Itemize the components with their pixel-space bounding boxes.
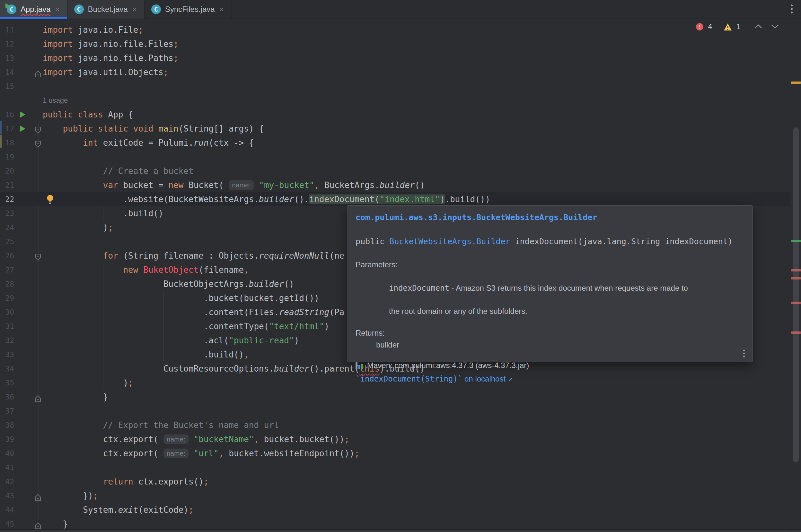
code-text[interactable]: import java.nio.file.Paths; [43,51,179,65]
scrollbar-error-stripe[interactable] [790,19,801,532]
code-text[interactable]: int exitCode = Pulumi.run(ctx -> { [43,136,254,150]
line-number: 24 [0,221,14,234]
parameter-name: indexDocument [389,284,449,292]
code-text[interactable]: .website(BucketWebsiteArgs.builder().ind… [43,192,490,206]
code-text[interactable]: import java.io.File; [43,23,143,37]
code-line: 37 [0,404,790,418]
line-number: 35 [0,376,14,390]
run-overlay-icon [5,3,10,8]
status-bar-edge [0,529,801,532]
line-number: 30 [0,305,14,319]
code-text[interactable]: } [43,390,108,404]
line-number: 11 [0,23,14,37]
scrollbar-thumb[interactable] [793,127,799,462]
code-text[interactable]: ctx.export( name: "url", bucket.websiteE… [43,446,359,460]
popup-options-kebab-icon[interactable] [743,350,745,357]
returns-label: Returns: [356,328,744,338]
editor-tab-syncfiles-java[interactable]: CSyncFiles.java× [145,0,232,19]
code-text[interactable]: ); [43,221,113,234]
tab-close-icon[interactable]: × [219,5,225,14]
line-number: 23 [0,206,14,221]
next-problem-button[interactable] [769,23,781,31]
run-gutter-icon[interactable] [20,111,25,118]
code-line: 44 System.exit(exitCode); [0,503,790,517]
fold-end-icon[interactable] [34,520,42,529]
run-gutter-icon[interactable] [20,126,25,132]
code-line: 15 [0,79,790,93]
line-number: 26 [0,249,14,263]
code-line: 16public class App { [0,108,790,121]
line-number: 45 [0,517,14,529]
code-line: 36 } [0,390,790,404]
line-number: 21 [0,178,14,192]
line-number: 18 [0,136,14,150]
line-number: 37 [0,404,14,418]
usage-hint-label[interactable]: 1 usage [43,93,68,108]
code-text[interactable]: System.exit(exitCode); [43,503,194,517]
code-line: 20 // Create a bucket [0,164,790,178]
line-number: 16 [0,108,14,121]
previous-problem-button[interactable] [752,23,764,31]
parameter-description: indexDocument - Amazon S3 returns this i… [356,271,744,328]
code-line: 14import java.util.Objects; [0,65,790,79]
code-text[interactable]: // Export the Bucket's name and url [43,418,279,432]
code-text[interactable]: ctx.export( name: "bucketName", bucket.b… [43,432,349,446]
line-number: 12 [0,37,14,51]
code-text[interactable]: ); [43,376,133,390]
code-line: 12import java.nio.file.Files; [0,37,790,51]
code-text[interactable]: import java.nio.file.Files; [43,37,179,51]
line-number: 22 [0,192,14,206]
code-text[interactable]: .bucket(bucket.getId()) [43,291,319,305]
editor-tab-app-java[interactable]: CApp.java× [0,0,68,19]
code-text[interactable]: new BuketObject(filename, [43,263,249,277]
maven-coordinates: Maven: com.pulumi:aws:4.37.3 (aws-4.37.3… [356,361,744,370]
code-text[interactable]: }); [43,489,98,503]
code-text[interactable]: // Create a bucket [43,164,194,178]
line-number: 19 [0,150,14,164]
code-text[interactable]: .content(Files.readString(Pa [43,305,344,319]
editor-tab-bucket-java[interactable]: CBucket.java× [68,0,145,19]
external-doc-link[interactable]: `indexDocument(String)` on localhost ↗ [356,375,744,383]
tab-label: SyncFiles.java [165,5,215,14]
change-marker-strip [0,135,2,148]
method-signature: public BucketWebsiteArgs.Builder indexDo… [356,237,744,246]
code-text[interactable]: } [43,517,68,529]
line-number: 13 [0,51,14,65]
line-number: 36 [0,390,14,404]
code-line: 17 public static void main(String[] args… [0,121,790,136]
popup-qualified-class-name[interactable]: com.pulumi.aws.s3.inputs.BucketWebsiteAr… [356,213,744,222]
code-text[interactable]: import java.util.Objects; [43,65,168,79]
tab-label: Bucket.java [88,5,128,14]
code-text[interactable]: .acl("public-read") [43,334,299,347]
parameter-name-inlay-hint: name: [229,180,254,190]
line-number: 17 [0,121,14,136]
line-number: 42 [0,475,14,489]
tab-close-icon[interactable]: × [54,5,60,14]
line-number: 15 [0,79,14,93]
tab-close-icon[interactable]: × [132,5,138,14]
code-text[interactable]: for (String filename : Objects.requireNo… [43,249,344,263]
code-text[interactable]: var bucket = new Bucket( name: "my-bucke… [43,178,425,192]
line-number: 43 [0,489,14,503]
return-type-link[interactable]: BucketWebsiteArgs.Builder [389,237,510,246]
line-number: 29 [0,291,14,305]
code-text[interactable]: .build(), [43,347,249,362]
line-number: 34 [0,362,14,376]
code-text[interactable]: public static void main(String[] args) { [43,121,264,136]
code-text[interactable]: BucketObjectArgs.builder() [43,277,294,291]
line-number: 41 [0,460,14,475]
java-class-icon: C [74,4,84,15]
code-text[interactable]: .contentType("text/html") [43,319,329,334]
tab-options-kebab-icon[interactable] [790,4,793,14]
code-text[interactable]: .build() [43,206,163,221]
inspections-widget[interactable]: ! 4 1 [696,22,781,31]
code-line: 45 } [0,517,790,529]
error-stripe-mark[interactable] [791,81,801,84]
documentation-popup: com.pulumi.aws.s3.inputs.BucketWebsiteAr… [347,205,753,362]
code-text[interactable]: return ctx.exports(); [43,475,209,489]
code-line: 39 ctx.export( name: "bucketName", bucke… [0,432,790,446]
code-line: 13import java.nio.file.Paths; [0,51,790,65]
line-number: 27 [0,263,14,277]
java-class-icon: C [151,4,161,15]
code-text[interactable]: public class App { [43,108,133,121]
